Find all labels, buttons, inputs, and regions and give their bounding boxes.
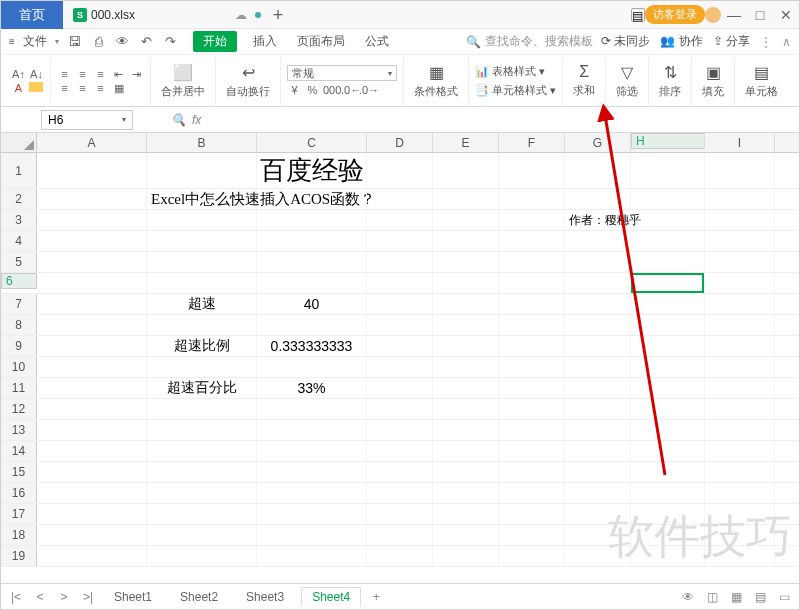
- cell-E18[interactable]: [433, 525, 499, 545]
- cell-I16[interactable]: [705, 483, 775, 503]
- cell-H11[interactable]: [631, 378, 705, 398]
- row-header-10[interactable]: 10: [1, 357, 37, 377]
- col-header-I[interactable]: I: [705, 133, 775, 152]
- col-header-D[interactable]: D: [367, 133, 433, 152]
- cell-D10[interactable]: [367, 357, 433, 377]
- cell-D7[interactable]: [367, 294, 433, 314]
- cell-A8[interactable]: [37, 315, 147, 335]
- cell-F8[interactable]: [499, 315, 565, 335]
- tab-insert[interactable]: 插入: [249, 31, 281, 52]
- next-sheet-icon[interactable]: >: [55, 590, 73, 604]
- font-color-icon[interactable]: A: [11, 82, 26, 94]
- cell-F13[interactable]: [499, 420, 565, 440]
- cell-G2[interactable]: [565, 189, 631, 209]
- percent-icon[interactable]: %: [305, 84, 320, 96]
- row-header-5[interactable]: 5: [1, 252, 37, 272]
- row-header-8[interactable]: 8: [1, 315, 37, 335]
- indent-dec-icon[interactable]: ⇤: [111, 68, 126, 80]
- close-button[interactable]: ✕: [773, 7, 799, 23]
- row-header-18[interactable]: 18: [1, 525, 37, 545]
- increase-font-icon[interactable]: A↑: [11, 68, 26, 80]
- cell-D15[interactable]: [367, 462, 433, 482]
- add-sheet-icon[interactable]: +: [367, 590, 385, 604]
- cell-I10[interactable]: [705, 357, 775, 377]
- table-style-button[interactable]: 📊 表格样式 ▾: [475, 64, 556, 79]
- view-eye-icon[interactable]: 👁: [679, 590, 697, 604]
- cell-E14[interactable]: [433, 441, 499, 461]
- cell-H3[interactable]: [631, 210, 705, 230]
- sort-button[interactable]: ⇅排序: [655, 63, 685, 99]
- cell-E19[interactable]: [433, 546, 499, 566]
- print-icon[interactable]: ⎙: [91, 34, 107, 50]
- cell-A19[interactable]: [37, 546, 147, 566]
- align-right-icon[interactable]: ≡: [93, 82, 108, 94]
- row-header-14[interactable]: 14: [1, 441, 37, 461]
- col-header-H[interactable]: H: [631, 133, 705, 149]
- cell-F18[interactable]: [499, 525, 565, 545]
- cell-H12[interactable]: [631, 399, 705, 419]
- row-header-1[interactable]: 1: [1, 153, 37, 188]
- cell-I8[interactable]: [705, 315, 775, 335]
- sheet-tab-2[interactable]: Sheet2: [169, 587, 229, 607]
- view-split-icon[interactable]: ◫: [703, 590, 721, 604]
- cell-G14[interactable]: [565, 441, 631, 461]
- cell-B18[interactable]: [147, 525, 257, 545]
- cell-A14[interactable]: [37, 441, 147, 461]
- fill-color-icon[interactable]: [29, 82, 43, 92]
- cell-E15[interactable]: [433, 462, 499, 482]
- cell-G4[interactable]: [565, 231, 631, 251]
- cell-F19[interactable]: [499, 546, 565, 566]
- comma-icon[interactable]: 000: [323, 84, 338, 96]
- cell-format-button[interactable]: ▤单元格: [741, 63, 782, 99]
- cell-A12[interactable]: [37, 399, 147, 419]
- cell-C17[interactable]: [257, 504, 367, 524]
- cell-A17[interactable]: [37, 504, 147, 524]
- cell-C3[interactable]: [257, 210, 367, 230]
- cell-E2[interactable]: [433, 189, 499, 209]
- cell-E9[interactable]: [433, 336, 499, 356]
- cell-F16[interactable]: [499, 483, 565, 503]
- cell-I17[interactable]: [705, 504, 775, 524]
- cell-E17[interactable]: [433, 504, 499, 524]
- cell-I12[interactable]: [705, 399, 775, 419]
- row-header-11[interactable]: 11: [1, 378, 37, 398]
- cell-E3[interactable]: [433, 210, 499, 230]
- tab-formula[interactable]: 公式: [361, 31, 393, 52]
- cell-E13[interactable]: [433, 420, 499, 440]
- cell-I14[interactable]: [705, 441, 775, 461]
- cell-C5[interactable]: [257, 252, 367, 272]
- cell-C13[interactable]: [257, 420, 367, 440]
- cell-D9[interactable]: [367, 336, 433, 356]
- cell-D4[interactable]: [367, 231, 433, 251]
- row-header-4[interactable]: 4: [1, 231, 37, 251]
- number-format-select[interactable]: 常规▾: [287, 65, 397, 81]
- cell-D1[interactable]: [367, 153, 433, 188]
- cell-G9[interactable]: [565, 336, 631, 356]
- cell-D5[interactable]: [367, 252, 433, 272]
- cell-A9[interactable]: [37, 336, 147, 356]
- minimize-button[interactable]: —: [721, 7, 747, 23]
- cell-H13[interactable]: [631, 420, 705, 440]
- cell-H1[interactable]: [631, 153, 705, 188]
- row-header-13[interactable]: 13: [1, 420, 37, 440]
- align-bottom-icon[interactable]: ≡: [93, 68, 108, 80]
- cell-H16[interactable]: [631, 483, 705, 503]
- cell-I6[interactable]: [705, 273, 775, 293]
- cell-A4[interactable]: [37, 231, 147, 251]
- cell-C19[interactable]: [257, 546, 367, 566]
- row-header-7[interactable]: 7: [1, 294, 37, 314]
- search-fx-icon[interactable]: 🔍: [171, 113, 186, 127]
- cell-C7[interactable]: 40: [257, 294, 367, 314]
- cell-B5[interactable]: [147, 252, 257, 272]
- select-all-corner[interactable]: [1, 133, 37, 152]
- prev-sheet-icon[interactable]: <: [31, 590, 49, 604]
- cell-I11[interactable]: [705, 378, 775, 398]
- cell-A5[interactable]: [37, 252, 147, 272]
- cond-format-button[interactable]: ▦条件格式: [410, 63, 462, 99]
- cell-A15[interactable]: [37, 462, 147, 482]
- align-middle-icon[interactable]: ≡: [75, 68, 90, 80]
- cell-C14[interactable]: [257, 441, 367, 461]
- coop-button[interactable]: 👥 协作: [660, 33, 702, 50]
- cell-G7[interactable]: [565, 294, 631, 314]
- cell-G17[interactable]: [565, 504, 631, 524]
